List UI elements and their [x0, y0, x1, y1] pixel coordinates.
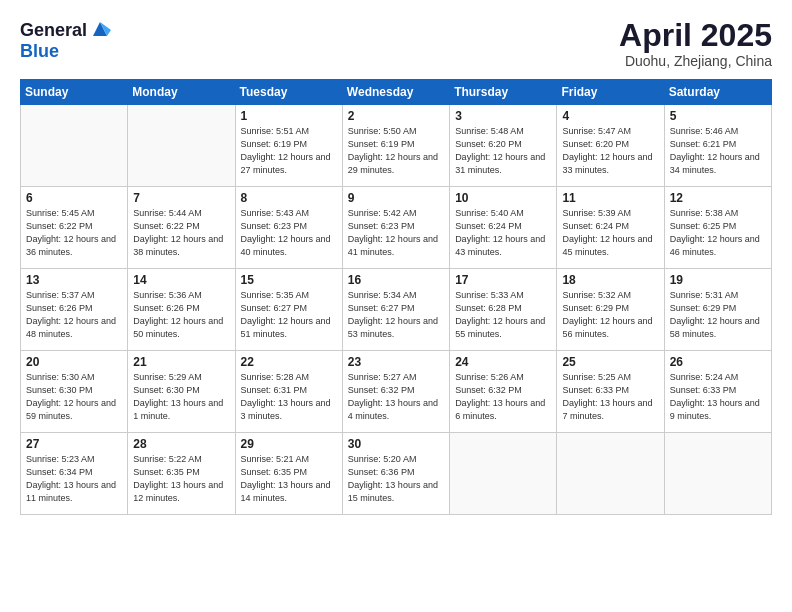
day-info: Sunrise: 5:44 AM Sunset: 6:22 PM Dayligh… [133, 207, 229, 259]
table-row: 25Sunrise: 5:25 AM Sunset: 6:33 PM Dayli… [557, 351, 664, 433]
calendar-week-row: 27Sunrise: 5:23 AM Sunset: 6:34 PM Dayli… [21, 433, 772, 515]
table-row: 22Sunrise: 5:28 AM Sunset: 6:31 PM Dayli… [235, 351, 342, 433]
day-info: Sunrise: 5:20 AM Sunset: 6:36 PM Dayligh… [348, 453, 444, 505]
day-number: 12 [670, 191, 766, 205]
day-info: Sunrise: 5:25 AM Sunset: 6:33 PM Dayligh… [562, 371, 658, 423]
day-number: 29 [241, 437, 337, 451]
calendar-title: April 2025 [619, 18, 772, 53]
day-number: 14 [133, 273, 229, 287]
table-row: 29Sunrise: 5:21 AM Sunset: 6:35 PM Dayli… [235, 433, 342, 515]
logo: General Blue [20, 18, 111, 60]
calendar-week-row: 1Sunrise: 5:51 AM Sunset: 6:19 PM Daylig… [21, 105, 772, 187]
day-info: Sunrise: 5:40 AM Sunset: 6:24 PM Dayligh… [455, 207, 551, 259]
col-tuesday: Tuesday [235, 80, 342, 105]
day-number: 20 [26, 355, 122, 369]
day-number: 5 [670, 109, 766, 123]
table-row: 19Sunrise: 5:31 AM Sunset: 6:29 PM Dayli… [664, 269, 771, 351]
table-row: 21Sunrise: 5:29 AM Sunset: 6:30 PM Dayli… [128, 351, 235, 433]
table-row: 8Sunrise: 5:43 AM Sunset: 6:23 PM Daylig… [235, 187, 342, 269]
day-number: 11 [562, 191, 658, 205]
day-number: 26 [670, 355, 766, 369]
calendar-table: Sunday Monday Tuesday Wednesday Thursday… [20, 79, 772, 515]
day-info: Sunrise: 5:46 AM Sunset: 6:21 PM Dayligh… [670, 125, 766, 177]
table-row [128, 105, 235, 187]
table-row: 30Sunrise: 5:20 AM Sunset: 6:36 PM Dayli… [342, 433, 449, 515]
table-row: 14Sunrise: 5:36 AM Sunset: 6:26 PM Dayli… [128, 269, 235, 351]
calendar-week-row: 6Sunrise: 5:45 AM Sunset: 6:22 PM Daylig… [21, 187, 772, 269]
table-row: 4Sunrise: 5:47 AM Sunset: 6:20 PM Daylig… [557, 105, 664, 187]
day-number: 2 [348, 109, 444, 123]
table-row: 12Sunrise: 5:38 AM Sunset: 6:25 PM Dayli… [664, 187, 771, 269]
table-row [450, 433, 557, 515]
calendar-week-row: 13Sunrise: 5:37 AM Sunset: 6:26 PM Dayli… [21, 269, 772, 351]
table-row: 7Sunrise: 5:44 AM Sunset: 6:22 PM Daylig… [128, 187, 235, 269]
table-row: 23Sunrise: 5:27 AM Sunset: 6:32 PM Dayli… [342, 351, 449, 433]
day-number: 30 [348, 437, 444, 451]
table-row: 13Sunrise: 5:37 AM Sunset: 6:26 PM Dayli… [21, 269, 128, 351]
day-number: 3 [455, 109, 551, 123]
table-row: 15Sunrise: 5:35 AM Sunset: 6:27 PM Dayli… [235, 269, 342, 351]
day-number: 7 [133, 191, 229, 205]
day-info: Sunrise: 5:33 AM Sunset: 6:28 PM Dayligh… [455, 289, 551, 341]
day-number: 4 [562, 109, 658, 123]
col-monday: Monday [128, 80, 235, 105]
table-row [664, 433, 771, 515]
table-row: 11Sunrise: 5:39 AM Sunset: 6:24 PM Dayli… [557, 187, 664, 269]
day-number: 22 [241, 355, 337, 369]
day-info: Sunrise: 5:32 AM Sunset: 6:29 PM Dayligh… [562, 289, 658, 341]
table-row: 26Sunrise: 5:24 AM Sunset: 6:33 PM Dayli… [664, 351, 771, 433]
day-info: Sunrise: 5:29 AM Sunset: 6:30 PM Dayligh… [133, 371, 229, 423]
table-row: 3Sunrise: 5:48 AM Sunset: 6:20 PM Daylig… [450, 105, 557, 187]
day-info: Sunrise: 5:28 AM Sunset: 6:31 PM Dayligh… [241, 371, 337, 423]
calendar-week-row: 20Sunrise: 5:30 AM Sunset: 6:30 PM Dayli… [21, 351, 772, 433]
day-number: 21 [133, 355, 229, 369]
header: General Blue April 2025 Duohu, Zhejiang,… [20, 18, 772, 69]
day-info: Sunrise: 5:35 AM Sunset: 6:27 PM Dayligh… [241, 289, 337, 341]
day-number: 17 [455, 273, 551, 287]
day-info: Sunrise: 5:47 AM Sunset: 6:20 PM Dayligh… [562, 125, 658, 177]
day-info: Sunrise: 5:24 AM Sunset: 6:33 PM Dayligh… [670, 371, 766, 423]
day-info: Sunrise: 5:27 AM Sunset: 6:32 PM Dayligh… [348, 371, 444, 423]
day-info: Sunrise: 5:38 AM Sunset: 6:25 PM Dayligh… [670, 207, 766, 259]
table-row [557, 433, 664, 515]
calendar-location: Duohu, Zhejiang, China [619, 53, 772, 69]
day-info: Sunrise: 5:45 AM Sunset: 6:22 PM Dayligh… [26, 207, 122, 259]
table-row [21, 105, 128, 187]
day-info: Sunrise: 5:22 AM Sunset: 6:35 PM Dayligh… [133, 453, 229, 505]
day-number: 9 [348, 191, 444, 205]
table-row: 18Sunrise: 5:32 AM Sunset: 6:29 PM Dayli… [557, 269, 664, 351]
day-number: 10 [455, 191, 551, 205]
table-row: 20Sunrise: 5:30 AM Sunset: 6:30 PM Dayli… [21, 351, 128, 433]
table-row: 9Sunrise: 5:42 AM Sunset: 6:23 PM Daylig… [342, 187, 449, 269]
day-info: Sunrise: 5:34 AM Sunset: 6:27 PM Dayligh… [348, 289, 444, 341]
day-number: 27 [26, 437, 122, 451]
day-info: Sunrise: 5:30 AM Sunset: 6:30 PM Dayligh… [26, 371, 122, 423]
day-info: Sunrise: 5:37 AM Sunset: 6:26 PM Dayligh… [26, 289, 122, 341]
logo-blue-text: Blue [20, 42, 111, 60]
day-number: 24 [455, 355, 551, 369]
col-wednesday: Wednesday [342, 80, 449, 105]
day-number: 8 [241, 191, 337, 205]
day-number: 25 [562, 355, 658, 369]
table-row: 2Sunrise: 5:50 AM Sunset: 6:19 PM Daylig… [342, 105, 449, 187]
day-info: Sunrise: 5:42 AM Sunset: 6:23 PM Dayligh… [348, 207, 444, 259]
day-info: Sunrise: 5:50 AM Sunset: 6:19 PM Dayligh… [348, 125, 444, 177]
day-number: 18 [562, 273, 658, 287]
day-number: 19 [670, 273, 766, 287]
day-info: Sunrise: 5:43 AM Sunset: 6:23 PM Dayligh… [241, 207, 337, 259]
page: General Blue April 2025 Duohu, Zhejiang,… [0, 0, 792, 612]
calendar-header-row: Sunday Monday Tuesday Wednesday Thursday… [21, 80, 772, 105]
day-number: 28 [133, 437, 229, 451]
col-saturday: Saturday [664, 80, 771, 105]
day-info: Sunrise: 5:39 AM Sunset: 6:24 PM Dayligh… [562, 207, 658, 259]
table-row: 24Sunrise: 5:26 AM Sunset: 6:32 PM Dayli… [450, 351, 557, 433]
day-info: Sunrise: 5:23 AM Sunset: 6:34 PM Dayligh… [26, 453, 122, 505]
col-thursday: Thursday [450, 80, 557, 105]
logo-icon [89, 18, 111, 40]
table-row: 5Sunrise: 5:46 AM Sunset: 6:21 PM Daylig… [664, 105, 771, 187]
day-number: 1 [241, 109, 337, 123]
col-sunday: Sunday [21, 80, 128, 105]
day-number: 13 [26, 273, 122, 287]
day-number: 15 [241, 273, 337, 287]
day-info: Sunrise: 5:31 AM Sunset: 6:29 PM Dayligh… [670, 289, 766, 341]
